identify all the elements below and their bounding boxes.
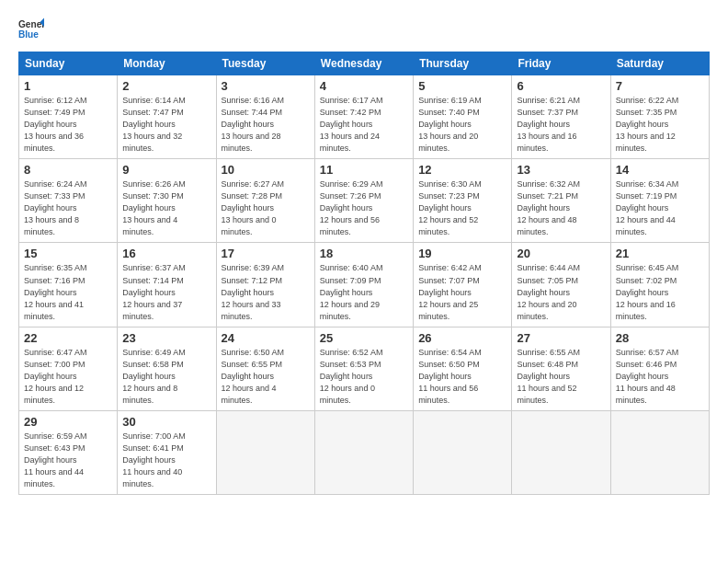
calendar-day-18: 18Sunrise: 6:40 AMSunset: 7:09 PMDayligh… xyxy=(314,243,413,327)
day-info: Sunrise: 6:14 AMSunset: 7:47 PMDaylight … xyxy=(122,95,210,155)
calendar-day-16: 16Sunrise: 6:37 AMSunset: 7:14 PMDayligh… xyxy=(118,243,216,327)
day-info: Sunrise: 6:35 AMSunset: 7:16 PMDaylight … xyxy=(24,262,112,322)
calendar-day-8: 8Sunrise: 6:24 AMSunset: 7:33 PMDaylight… xyxy=(19,159,118,243)
day-info: Sunrise: 7:00 AMSunset: 6:41 PMDaylight … xyxy=(122,431,210,490)
day-number: 13 xyxy=(517,163,605,177)
calendar-day-22: 22Sunrise: 6:47 AMSunset: 7:00 PMDayligh… xyxy=(19,327,118,410)
day-info: Sunrise: 6:34 AMSunset: 7:19 PMDaylight … xyxy=(616,178,704,238)
day-info: Sunrise: 6:39 AMSunset: 7:12 PMDaylight … xyxy=(222,262,310,322)
day-number: 10 xyxy=(222,163,310,177)
calendar-day-empty xyxy=(414,410,512,494)
day-number: 12 xyxy=(418,163,506,177)
day-info: Sunrise: 6:22 AMSunset: 7:35 PMDaylight … xyxy=(616,95,704,155)
day-number: 7 xyxy=(616,79,704,93)
calendar-day-25: 25Sunrise: 6:52 AMSunset: 6:53 PMDayligh… xyxy=(314,327,413,410)
header: General Blue xyxy=(18,17,710,42)
day-info: Sunrise: 6:52 AMSunset: 6:53 PMDaylight … xyxy=(320,347,408,407)
day-number: 29 xyxy=(24,415,112,429)
day-number: 15 xyxy=(24,247,112,260)
page: General Blue Sunday Monday Tuesday Wedne… xyxy=(0,0,728,563)
calendar-day-3: 3Sunrise: 6:16 AMSunset: 7:44 PMDaylight… xyxy=(216,75,314,159)
day-number: 23 xyxy=(122,331,210,345)
day-number: 24 xyxy=(222,331,310,345)
svg-text:General: General xyxy=(18,19,44,29)
day-number: 28 xyxy=(616,331,704,345)
logo-icon: General Blue xyxy=(18,17,44,42)
day-number: 16 xyxy=(122,247,210,260)
calendar-week-5: 29Sunrise: 6:59 AMSunset: 6:43 PMDayligh… xyxy=(19,410,710,494)
day-info: Sunrise: 6:27 AMSunset: 7:28 PMDaylight … xyxy=(222,178,310,238)
day-number: 18 xyxy=(320,247,408,260)
day-number: 8 xyxy=(24,163,112,177)
day-info: Sunrise: 6:29 AMSunset: 7:26 PMDaylight … xyxy=(320,178,408,238)
calendar-day-23: 23Sunrise: 6:49 AMSunset: 6:58 PMDayligh… xyxy=(118,327,216,410)
svg-text:Blue: Blue xyxy=(18,29,39,40)
calendar-day-14: 14Sunrise: 6:34 AMSunset: 7:19 PMDayligh… xyxy=(610,159,709,243)
day-number: 21 xyxy=(616,247,704,260)
day-number: 20 xyxy=(517,247,605,260)
day-number: 9 xyxy=(122,163,210,177)
day-info: Sunrise: 6:32 AMSunset: 7:21 PMDaylight … xyxy=(517,178,605,238)
calendar-week-4: 22Sunrise: 6:47 AMSunset: 7:00 PMDayligh… xyxy=(19,327,710,410)
day-number: 17 xyxy=(222,247,310,260)
col-thursday: Thursday xyxy=(414,52,512,75)
calendar-day-6: 6Sunrise: 6:21 AMSunset: 7:37 PMDaylight… xyxy=(512,75,610,159)
calendar-day-empty xyxy=(216,410,314,494)
col-friday: Friday xyxy=(512,52,610,75)
day-number: 27 xyxy=(517,331,605,345)
day-info: Sunrise: 6:47 AMSunset: 7:00 PMDaylight … xyxy=(24,347,112,407)
day-info: Sunrise: 6:55 AMSunset: 6:48 PMDaylight … xyxy=(517,347,605,407)
day-info: Sunrise: 6:45 AMSunset: 7:02 PMDaylight … xyxy=(616,262,704,322)
col-monday: Monday xyxy=(118,52,216,75)
day-number: 30 xyxy=(122,415,210,429)
day-number: 2 xyxy=(122,79,210,93)
day-number: 19 xyxy=(418,247,506,260)
col-saturday: Saturday xyxy=(610,52,709,75)
calendar-day-1: 1Sunrise: 6:12 AMSunset: 7:49 PMDaylight… xyxy=(19,75,118,159)
day-number: 1 xyxy=(24,79,112,93)
col-sunday: Sunday xyxy=(19,52,118,75)
calendar-day-13: 13Sunrise: 6:32 AMSunset: 7:21 PMDayligh… xyxy=(512,159,610,243)
day-info: Sunrise: 6:24 AMSunset: 7:33 PMDaylight … xyxy=(24,178,112,238)
calendar-day-9: 9Sunrise: 6:26 AMSunset: 7:30 PMDaylight… xyxy=(118,159,216,243)
day-info: Sunrise: 6:30 AMSunset: 7:23 PMDaylight … xyxy=(418,178,506,238)
calendar-day-24: 24Sunrise: 6:50 AMSunset: 6:55 PMDayligh… xyxy=(216,327,314,410)
day-info: Sunrise: 6:21 AMSunset: 7:37 PMDaylight … xyxy=(517,95,605,155)
day-number: 5 xyxy=(418,79,506,93)
day-info: Sunrise: 6:54 AMSunset: 6:50 PMDaylight … xyxy=(418,347,506,407)
calendar-day-21: 21Sunrise: 6:45 AMSunset: 7:02 PMDayligh… xyxy=(610,243,709,327)
calendar-day-4: 4Sunrise: 6:17 AMSunset: 7:42 PMDaylight… xyxy=(314,75,413,159)
day-info: Sunrise: 6:12 AMSunset: 7:49 PMDaylight … xyxy=(24,95,112,155)
col-wednesday: Wednesday xyxy=(314,52,413,75)
day-number: 22 xyxy=(24,331,112,345)
day-info: Sunrise: 6:50 AMSunset: 6:55 PMDaylight … xyxy=(222,347,310,407)
day-info: Sunrise: 6:59 AMSunset: 6:43 PMDaylight … xyxy=(24,431,112,490)
calendar-day-27: 27Sunrise: 6:55 AMSunset: 6:48 PMDayligh… xyxy=(512,327,610,410)
day-number: 25 xyxy=(320,331,408,345)
calendar-day-28: 28Sunrise: 6:57 AMSunset: 6:46 PMDayligh… xyxy=(610,327,709,410)
calendar-day-10: 10Sunrise: 6:27 AMSunset: 7:28 PMDayligh… xyxy=(216,159,314,243)
day-number: 14 xyxy=(616,163,704,177)
calendar-day-17: 17Sunrise: 6:39 AMSunset: 7:12 PMDayligh… xyxy=(216,243,314,327)
calendar-day-19: 19Sunrise: 6:42 AMSunset: 7:07 PMDayligh… xyxy=(414,243,512,327)
day-number: 11 xyxy=(320,163,408,177)
calendar-week-1: 1Sunrise: 6:12 AMSunset: 7:49 PMDaylight… xyxy=(19,75,710,159)
calendar-day-26: 26Sunrise: 6:54 AMSunset: 6:50 PMDayligh… xyxy=(414,327,512,410)
calendar-table: Sunday Monday Tuesday Wednesday Thursday… xyxy=(18,52,710,495)
calendar-day-15: 15Sunrise: 6:35 AMSunset: 7:16 PMDayligh… xyxy=(19,243,118,327)
calendar-day-2: 2Sunrise: 6:14 AMSunset: 7:47 PMDaylight… xyxy=(118,75,216,159)
calendar-day-29: 29Sunrise: 6:59 AMSunset: 6:43 PMDayligh… xyxy=(19,410,118,494)
calendar-day-empty xyxy=(512,410,610,494)
day-info: Sunrise: 6:19 AMSunset: 7:40 PMDaylight … xyxy=(418,95,506,155)
day-info: Sunrise: 6:57 AMSunset: 6:46 PMDaylight … xyxy=(616,347,704,407)
day-info: Sunrise: 6:37 AMSunset: 7:14 PMDaylight … xyxy=(122,262,210,322)
day-info: Sunrise: 6:40 AMSunset: 7:09 PMDaylight … xyxy=(320,262,408,322)
calendar-day-5: 5Sunrise: 6:19 AMSunset: 7:40 PMDaylight… xyxy=(414,75,512,159)
day-info: Sunrise: 6:49 AMSunset: 6:58 PMDaylight … xyxy=(122,347,210,407)
calendar-header-row: Sunday Monday Tuesday Wednesday Thursday… xyxy=(19,52,710,75)
calendar-day-20: 20Sunrise: 6:44 AMSunset: 7:05 PMDayligh… xyxy=(512,243,610,327)
logo: General Blue xyxy=(18,17,44,42)
col-tuesday: Tuesday xyxy=(216,52,314,75)
calendar-day-30: 30Sunrise: 7:00 AMSunset: 6:41 PMDayligh… xyxy=(118,410,216,494)
calendar-week-2: 8Sunrise: 6:24 AMSunset: 7:33 PMDaylight… xyxy=(19,159,710,243)
